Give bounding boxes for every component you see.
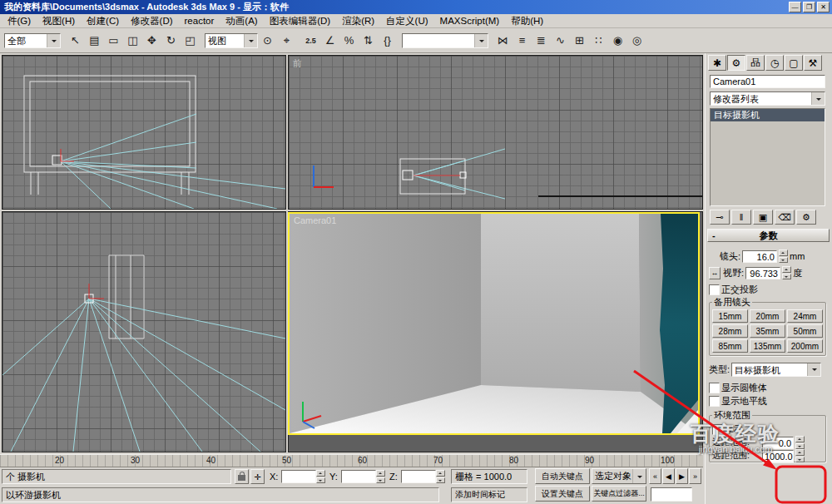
play-button[interactable]: ▶ <box>676 468 688 484</box>
far-range-spinner[interactable] <box>795 449 805 462</box>
reference-coordinate-combo[interactable]: 视图 <box>205 33 258 48</box>
key-mode-combo[interactable]: 选定对象 <box>592 468 646 484</box>
tab-hierarchy[interactable]: 品 <box>746 55 765 71</box>
show-end-result-icon[interactable]: ‖ <box>731 210 751 225</box>
menu-item[interactable]: 帮助(H) <box>505 15 549 27</box>
material-editor-icon[interactable]: ∷ <box>589 31 608 50</box>
tab-utilities[interactable]: ⚒ <box>804 55 822 71</box>
chevron-down-icon[interactable] <box>47 34 60 47</box>
close-button[interactable]: ✕ <box>817 2 830 12</box>
x-coord-field[interactable] <box>281 470 316 483</box>
select-and-scale-icon[interactable]: ◰ <box>181 31 200 50</box>
snaps-toggle-icon[interactable]: 2.5 <box>301 31 320 50</box>
stock-lens-button[interactable]: 50mm <box>787 324 823 338</box>
track-bar[interactable]: 2030405060708090100 <box>0 454 703 467</box>
lens-field[interactable]: 16.0 <box>742 250 777 263</box>
previous-frame-button[interactable]: ◀ <box>662 468 675 484</box>
stock-lens-button[interactable]: 85mm <box>712 339 748 353</box>
menu-item[interactable]: 渲染(R) <box>336 15 380 27</box>
y-coord-spinner[interactable] <box>376 470 385 483</box>
named-selection-combo[interactable] <box>402 33 488 48</box>
stock-lens-button[interactable]: 24mm <box>787 309 823 323</box>
chevron-down-icon[interactable] <box>632 469 646 483</box>
stock-lens-button[interactable]: 135mm <box>750 339 785 353</box>
set-key-button[interactable]: 设置关键点 <box>535 486 590 502</box>
stock-lens-button[interactable]: 35mm <box>750 324 785 338</box>
use-pivot-center-icon[interactable]: ⊙ <box>258 31 277 50</box>
go-to-start-button[interactable]: « <box>649 468 661 484</box>
show-cone-checkbox[interactable] <box>709 383 720 393</box>
fov-spinner[interactable] <box>782 266 791 279</box>
chevron-down-icon[interactable] <box>807 363 820 376</box>
chevron-down-icon[interactable] <box>244 34 257 47</box>
viewport-front[interactable]: 前 <box>288 55 703 210</box>
crossing-selection-icon[interactable]: ◫ <box>123 31 142 50</box>
y-coord-field[interactable] <box>341 470 376 483</box>
schematic-view-icon[interactable]: ⊞ <box>570 31 589 50</box>
lens-spinner[interactable] <box>779 250 788 263</box>
fov-field[interactable]: 96.733 <box>745 267 780 279</box>
chevron-down-icon[interactable] <box>474 34 488 47</box>
remove-modifier-icon[interactable]: ⌫ <box>775 210 795 225</box>
menu-item[interactable]: 自定义(U) <box>380 15 433 27</box>
tab-modify[interactable]: ⚙ <box>727 55 745 71</box>
spinner-snap-icon[interactable]: ⇅ <box>359 31 378 50</box>
z-coord-field[interactable] <box>401 470 436 483</box>
viewport-top-left[interactable] <box>2 55 286 210</box>
orthographic-checkbox[interactable] <box>709 284 720 295</box>
select-and-manipulate-icon[interactable]: ⌖ <box>277 31 296 50</box>
near-range-field[interactable]: 0.0 <box>762 437 794 449</box>
menu-item[interactable]: 动画(A) <box>220 15 263 27</box>
angle-snap-icon[interactable]: ∠ <box>320 31 339 50</box>
stock-lens-button[interactable]: 28mm <box>712 324 748 338</box>
camera-type-dropdown[interactable]: 目标摄影机 <box>731 363 821 377</box>
x-coord-spinner[interactable] <box>316 470 325 483</box>
mirror-icon[interactable]: ⋈ <box>493 31 513 50</box>
rect-selection-region-icon[interactable]: ▭ <box>104 31 123 50</box>
render-scene-icon[interactable]: ◉ <box>608 31 627 50</box>
pin-stack-icon[interactable]: ⊸ <box>710 210 730 225</box>
viewport-camera[interactable]: Camera01 <box>288 212 700 435</box>
select-and-move-icon[interactable]: ✥ <box>142 31 161 50</box>
viewport-front-label[interactable]: 前 <box>293 57 302 70</box>
object-name-field[interactable]: Camera01 <box>710 75 825 88</box>
z-coord-spinner[interactable] <box>436 470 445 483</box>
curve-editor-icon[interactable]: ∿ <box>551 31 570 50</box>
env-show-checkbox[interactable] <box>712 424 723 435</box>
viewport-camera-label[interactable]: Camera01 <box>294 215 336 225</box>
chevron-down-icon[interactable] <box>811 92 825 105</box>
selection-lock-toggle[interactable] <box>235 469 249 484</box>
tab-display[interactable]: ▢ <box>785 55 803 71</box>
menu-item[interactable]: 图表编辑器(D) <box>264 15 336 27</box>
stack-item[interactable]: 目标摄影机 <box>711 109 825 121</box>
select-object-icon[interactable]: ↖ <box>66 31 85 50</box>
minimize-button[interactable]: — <box>789 2 801 12</box>
viewport-bottom-left[interactable] <box>2 211 286 452</box>
absolute-mode-toggle[interactable]: ✛ <box>250 469 265 484</box>
menu-item[interactable]: 修改器(D) <box>125 15 178 27</box>
current-frame-field[interactable] <box>651 487 692 502</box>
menu-item[interactable]: 视图(H) <box>37 15 81 27</box>
restore-button[interactable]: ❐ <box>803 2 815 12</box>
menu-item[interactable]: MAXScript(M) <box>434 16 506 26</box>
key-filters-button[interactable]: 关键点过滤器... <box>592 486 646 502</box>
percent-snap-icon[interactable]: % <box>339 31 359 50</box>
menu-item[interactable]: 件(G) <box>2 15 37 27</box>
selection-filter-combo[interactable]: 全部 <box>4 33 61 48</box>
near-range-spinner[interactable] <box>795 436 805 449</box>
modifier-list-dropdown[interactable]: 修改器列表 <box>710 91 825 106</box>
tab-create[interactable]: ✱ <box>708 55 726 71</box>
configure-modifier-sets-icon[interactable]: ⚙ <box>796 210 816 225</box>
quick-render-icon[interactable]: ◎ <box>627 31 646 50</box>
far-range-field[interactable]: 1000.0 <box>762 450 794 462</box>
modifier-stack[interactable]: 目标摄影机 <box>710 108 825 206</box>
layer-manager-icon[interactable]: ≣ <box>532 31 551 50</box>
stock-lens-button[interactable]: 200mm <box>787 339 823 353</box>
fov-direction-button[interactable]: ↔ <box>709 267 721 279</box>
menu-item[interactable]: 创建(C) <box>81 15 125 27</box>
align-icon[interactable]: ≡ <box>513 31 532 50</box>
edit-named-selections-icon[interactable]: {} <box>378 31 397 50</box>
go-to-end-button[interactable]: » <box>689 468 701 484</box>
make-unique-icon[interactable]: ▣ <box>753 210 773 225</box>
select-and-rotate-icon[interactable]: ↻ <box>161 31 181 50</box>
